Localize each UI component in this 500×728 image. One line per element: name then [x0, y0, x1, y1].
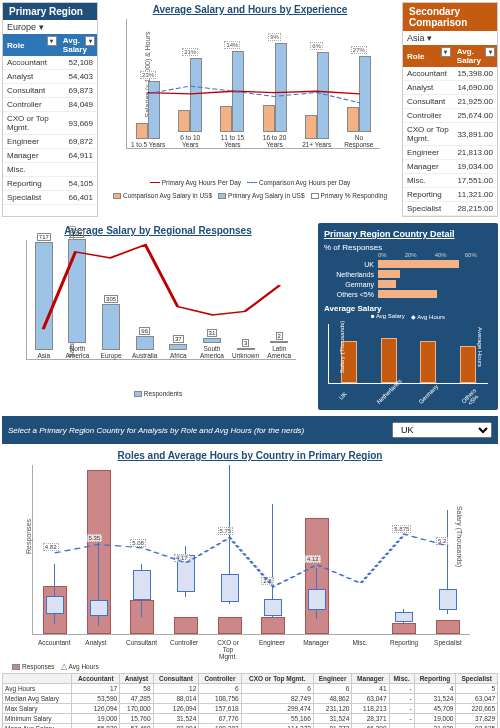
bottom-legend: Responses △Avg Hours: [12, 662, 498, 671]
secondary-table: Role▾Avg. Salary▾ Accountant15,398.00 An…: [403, 45, 497, 216]
table-row: Manager19,034.00: [403, 160, 497, 174]
exp-legend: Primary Avg Hours Per Day Comparison Avg…: [102, 179, 398, 199]
regions-chart: Average Salary by Regional Responses Sal…: [2, 223, 314, 410]
exp-title: Average Salary and Hours by Experience: [102, 4, 398, 15]
bottom-title: Roles and Average Hours by Country in Pr…: [2, 450, 498, 461]
table-row: Analyst54,403: [3, 70, 97, 84]
roles-country-chart: Roles and Average Hours by Country in Pr…: [2, 450, 498, 671]
detail-title: Primary Region Country Detail: [324, 229, 492, 239]
table-row: Reporting11,321.00: [403, 188, 497, 202]
table-row: Controller84,049: [3, 98, 97, 112]
table-row: Specialist28,215.00: [403, 202, 497, 216]
primary-header: Primary Region: [3, 3, 97, 20]
col-sal[interactable]: Avg. Salary▾: [59, 34, 97, 56]
table-row: Accountant15,398.00: [403, 67, 497, 81]
secondary-panel: Secondary Comparison Asia ▾ Role▾Avg. Sa…: [402, 2, 498, 217]
table-row: CXO or Top Mgmt.33,891.00: [403, 123, 497, 146]
filter-icon[interactable]: ▾: [485, 47, 495, 57]
col-role[interactable]: Role▾: [3, 34, 59, 56]
table-row: Engineer69,872: [3, 135, 97, 149]
table-row: Controller25,674.00: [403, 109, 497, 123]
table-row: Misc.: [3, 163, 97, 177]
stats-table: AccountantAnalystConsultantControllerCXO…: [2, 673, 498, 728]
country-dropdown[interactable]: UK: [392, 422, 492, 438]
experience-chart: Average Salary and Hours by Experience S…: [102, 2, 398, 217]
country-selector: Select a Primary Region Country for Anal…: [2, 416, 498, 444]
primary-region-select[interactable]: Europe ▾: [3, 20, 97, 34]
secondary-region-select[interactable]: Asia ▾: [403, 31, 497, 45]
table-row: Consultant69,873: [3, 84, 97, 98]
filter-icon[interactable]: ▾: [85, 36, 95, 46]
table-row: Consultant21,925.00: [403, 95, 497, 109]
table-row: Reporting54,105: [3, 177, 97, 191]
table-row: Accountant52,108: [3, 56, 97, 70]
table-row: Engineer21,813.00: [403, 146, 497, 160]
reg-legend: Respondents: [2, 390, 314, 397]
filter-icon[interactable]: ▾: [47, 36, 57, 46]
dropdown-icon: ▾: [427, 33, 432, 43]
table-row: Misc.17,551.00: [403, 174, 497, 188]
filter-icon[interactable]: ▾: [441, 47, 451, 57]
y-axis-left: Responses: [25, 519, 32, 554]
selector-label: Select a Primary Region Country for Anal…: [8, 426, 384, 435]
secondary-header: Secondary Comparison: [403, 3, 497, 31]
country-detail-panel: Primary Region Country Detail % of Respo…: [318, 223, 498, 410]
table-row: CXO or Top Mgmt.93,669: [3, 112, 97, 135]
table-row: Analyst14,690.00: [403, 81, 497, 95]
primary-table: Role▾Avg. Salary▾ Accountant52,108 Analy…: [3, 34, 97, 205]
table-row: Specialist66,401: [3, 191, 97, 205]
table-row: Manager64,911: [3, 149, 97, 163]
dropdown-icon: ▾: [39, 22, 44, 32]
primary-region-panel: Primary Region Europe ▾ Role▾Avg. Salary…: [2, 2, 98, 217]
